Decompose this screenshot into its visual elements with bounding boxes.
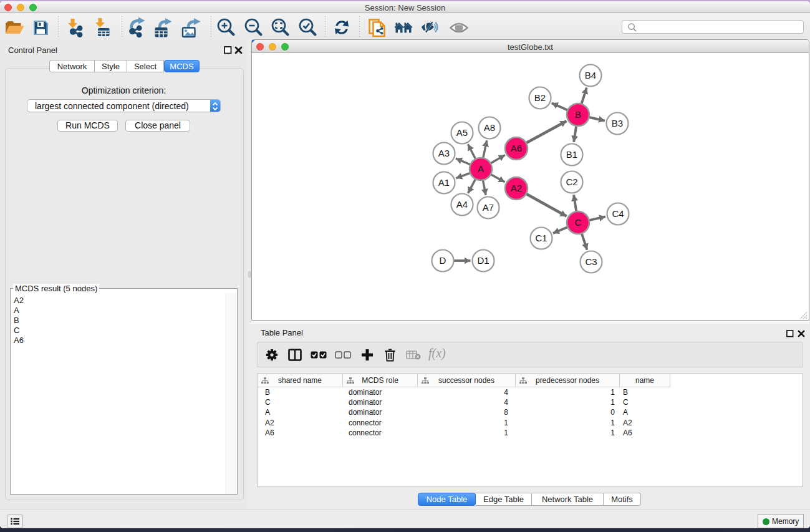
svg-text:A4: A4 <box>456 199 468 210</box>
svg-text:A5: A5 <box>456 127 468 138</box>
svg-text:C4: C4 <box>612 208 624 219</box>
svg-text:B1: B1 <box>566 149 577 160</box>
svg-text:A2: A2 <box>511 183 522 193</box>
svg-text:B3: B3 <box>612 118 623 128</box>
svg-text:A3: A3 <box>438 148 450 158</box>
svg-text:A6: A6 <box>511 143 522 153</box>
svg-text:D1: D1 <box>477 255 489 266</box>
svg-text:C: C <box>575 217 582 228</box>
svg-text:C2: C2 <box>566 177 577 187</box>
svg-text:B4: B4 <box>585 70 596 80</box>
svg-text:B2: B2 <box>534 92 546 103</box>
svg-text:A: A <box>478 163 484 174</box>
svg-text:B: B <box>575 109 581 120</box>
svg-text:A7: A7 <box>483 202 494 213</box>
svg-text:C3: C3 <box>585 256 597 267</box>
svg-text:D: D <box>440 255 446 266</box>
svg-text:A8: A8 <box>484 122 495 133</box>
svg-text:C1: C1 <box>535 233 547 243</box>
svg-text:A1: A1 <box>438 177 450 188</box>
